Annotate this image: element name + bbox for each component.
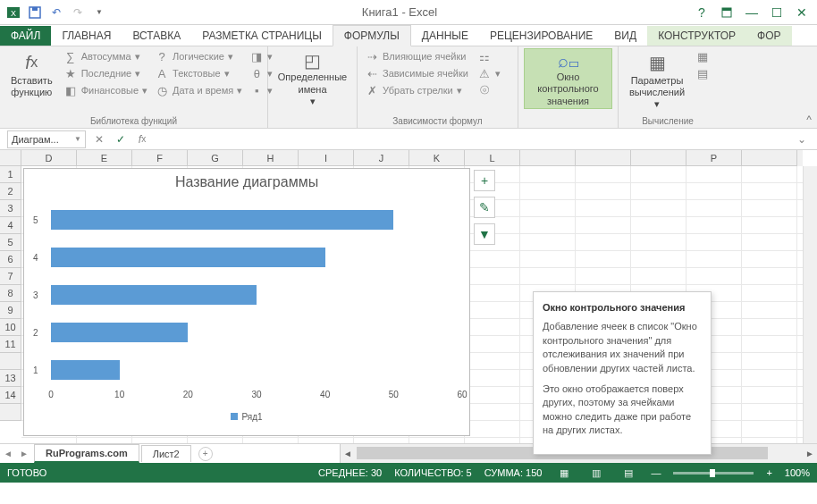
row-header[interactable]: 11 — [0, 336, 21, 353]
minimize-icon[interactable]: — — [740, 3, 763, 22]
chart-filters-icon[interactable]: ▼ — [474, 223, 495, 245]
row-header[interactable] — [0, 353, 21, 370]
row-header[interactable]: 4 — [0, 217, 21, 234]
row-header[interactable]: 7 — [0, 268, 21, 285]
autosum-button[interactable]: ∑Автосумма ▾ — [62, 48, 149, 64]
column-header[interactable] — [742, 150, 797, 166]
excel-icon[interactable]: X — [4, 3, 23, 22]
calc-options-button[interactable]: ▦ Параметры вычислений ▾ — [624, 48, 690, 113]
chart-object[interactable]: Название диаграммы 123450102030405060 Ря… — [23, 168, 470, 436]
chart-plot-area[interactable]: 123450102030405060 — [33, 192, 460, 398]
column-header[interactable]: G — [188, 150, 243, 166]
formula-input[interactable] — [156, 130, 792, 148]
sheet-tab-2[interactable]: Лист2 — [141, 445, 191, 462]
row-header[interactable]: 14 — [0, 387, 21, 404]
page-break-view-icon[interactable]: ▤ — [619, 465, 638, 481]
chart-legend[interactable]: Ряд1 — [24, 398, 469, 424]
error-check-button[interactable]: ⚠▾ — [476, 65, 502, 81]
row-header[interactable]: 10 — [0, 319, 21, 336]
tab-formulas[interactable]: ФОРМУЛЫ — [333, 25, 411, 46]
datetime-button[interactable]: ◷Дата и время ▾ — [153, 82, 244, 98]
cancel-formula-icon[interactable]: ✕ — [91, 131, 107, 147]
ribbon-display-icon[interactable] — [715, 3, 738, 22]
chart-bar[interactable] — [51, 323, 188, 342]
chart-bar[interactable] — [51, 285, 257, 305]
sheet-nav-prev-icon[interactable]: ◄ — [0, 445, 16, 463]
select-all-corner[interactable] — [0, 150, 21, 166]
column-header[interactable]: K — [409, 150, 465, 166]
tab-home[interactable]: ГЛАВНАЯ — [51, 26, 122, 46]
maximize-icon[interactable] — [765, 3, 788, 22]
row-header[interactable]: 6 — [0, 251, 21, 268]
qat-dropdown-icon[interactable]: ▼ — [89, 3, 109, 22]
sheet-nav-next-icon[interactable]: ► — [16, 445, 32, 463]
tab-page-layout[interactable]: РАЗМЕТКА СТРАНИЦЫ — [191, 26, 333, 46]
zoom-out-icon[interactable]: — — [651, 467, 661, 478]
save-icon[interactable] — [25, 3, 45, 22]
help-icon[interactable]: ? — [690, 3, 713, 22]
row-headers[interactable]: 12345678910111314 — [0, 166, 21, 421]
row-header[interactable]: 9 — [0, 302, 21, 319]
row-header[interactable]: 2 — [0, 183, 21, 200]
chart-elements-icon[interactable]: + — [474, 170, 495, 191]
text-button[interactable]: AТекстовые ▾ — [153, 65, 244, 81]
row-header[interactable]: 8 — [0, 285, 21, 302]
new-sheet-icon[interactable]: + — [198, 447, 213, 461]
row-header[interactable] — [0, 404, 21, 421]
column-header[interactable]: P — [686, 150, 742, 166]
page-layout-view-icon[interactable]: ▥ — [586, 465, 606, 481]
scroll-right-icon[interactable]: ► — [803, 444, 817, 462]
column-header[interactable]: E — [77, 150, 132, 166]
column-header[interactable]: H — [243, 150, 299, 166]
column-header[interactable]: L — [465, 150, 520, 166]
sheet-tab-1[interactable]: RuPrograms.com — [34, 444, 139, 463]
show-formulas-button[interactable]: ⚏ — [476, 48, 502, 64]
financial-button[interactable]: ◧Финансовые ▾ — [62, 82, 149, 98]
vertical-scrollbar[interactable] — [803, 166, 817, 443]
scroll-left-icon[interactable]: ◄ — [341, 444, 355, 462]
chart-styles-icon[interactable]: ✎ — [474, 197, 495, 218]
row-header[interactable]: 5 — [0, 234, 21, 251]
row-header[interactable]: 13 — [0, 370, 21, 387]
row-header[interactable]: 1 — [0, 166, 21, 183]
column-headers[interactable]: DEFGHIJKLP — [21, 150, 803, 166]
tab-format[interactable]: ФОР — [746, 26, 791, 46]
tab-view[interactable]: ВИД — [603, 26, 647, 46]
trace-precedents-button[interactable]: ⇢Влияющие ячейки — [363, 48, 470, 64]
calc-sheet-button[interactable]: ▤ — [694, 65, 712, 81]
enter-formula-icon[interactable]: ✓ — [113, 131, 129, 147]
column-header[interactable]: I — [299, 150, 354, 166]
undo-icon[interactable]: ↶ — [46, 3, 66, 22]
tab-file[interactable]: ФАЙЛ — [0, 26, 51, 46]
column-header[interactable] — [520, 150, 576, 166]
logical-button[interactable]: ?Логические ▾ — [153, 48, 244, 64]
chart-bar[interactable] — [51, 210, 393, 230]
tab-data[interactable]: ДАННЫЕ — [411, 26, 479, 46]
column-header[interactable]: F — [132, 150, 188, 166]
defined-names-button[interactable]: ◰ Определенные имена ▾ — [274, 48, 351, 109]
row-header[interactable]: 3 — [0, 200, 21, 217]
trace-dependents-button[interactable]: ⇠Зависимые ячейки — [363, 65, 470, 81]
redo-icon[interactable]: ↷ — [68, 3, 88, 22]
collapse-ribbon-icon[interactable]: ^ — [806, 113, 812, 126]
zoom-in-icon[interactable]: + — [766, 467, 771, 478]
zoom-level[interactable]: 100% — [785, 467, 810, 478]
calc-now-button[interactable]: ▦ — [694, 48, 712, 64]
tab-review[interactable]: РЕЦЕНЗИРОВАНИЕ — [479, 26, 603, 46]
normal-view-icon[interactable]: ▦ — [554, 465, 574, 481]
close-icon[interactable]: ✕ — [790, 3, 813, 22]
fx-icon[interactable]: fx — [134, 131, 150, 147]
evaluate-button[interactable]: ⦾ — [476, 82, 502, 98]
name-box[interactable]: Диаграм...▼ — [7, 130, 86, 148]
expand-formula-bar-icon[interactable]: ⌄ — [797, 133, 810, 146]
watch-window-button[interactable]: ⌕▭ Окно контрольного значения — [524, 48, 612, 109]
remove-arrows-button[interactable]: ✗Убрать стрелки ▾ — [363, 82, 470, 98]
zoom-slider[interactable] — [673, 472, 754, 475]
chart-bar[interactable] — [51, 360, 120, 380]
recent-button[interactable]: ★Последние ▾ — [62, 65, 149, 81]
tab-insert[interactable]: ВСТАВКА — [122, 26, 191, 46]
column-header[interactable] — [576, 150, 631, 166]
chart-title[interactable]: Название диаграммы — [24, 169, 469, 192]
chart-bar[interactable] — [51, 248, 325, 267]
insert-function-button[interactable]: fx Вставить функцию — [5, 48, 58, 100]
